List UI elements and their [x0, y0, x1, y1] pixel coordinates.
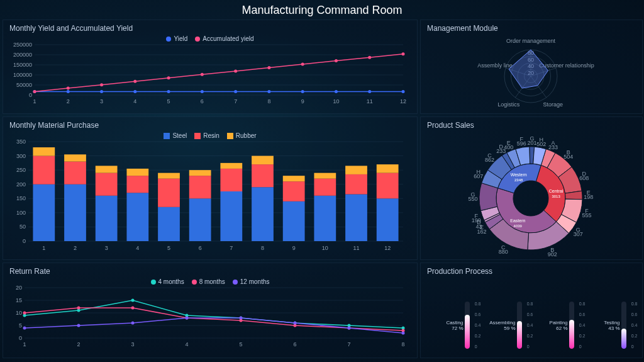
- yield-title: Monthly Yield and Accumulated Yield: [9, 24, 411, 33]
- svg-text:608: 608: [579, 175, 589, 181]
- svg-text:4: 4: [136, 245, 139, 251]
- svg-point-36: [33, 90, 36, 93]
- svg-rect-115: [283, 201, 305, 241]
- svg-text:10: 10: [322, 245, 328, 251]
- sales-panel: Product Sales Central3013Eastern4039West…: [420, 116, 643, 260]
- legend-resin: Resin: [203, 132, 219, 139]
- svg-text:6: 6: [199, 245, 202, 251]
- svg-point-214: [294, 322, 297, 325]
- legend-steel: Steel: [172, 132, 187, 139]
- svg-text:10: 10: [16, 310, 22, 316]
- svg-point-33: [335, 90, 338, 93]
- svg-point-35: [402, 90, 405, 93]
- svg-text:6: 6: [201, 98, 204, 105]
- svg-text:7: 7: [230, 245, 233, 251]
- svg-rect-107: [220, 191, 242, 241]
- svg-text:3: 3: [105, 245, 108, 251]
- material-chart: 050100150200250300350123456789101112: [9, 139, 409, 252]
- svg-text:3: 3: [100, 98, 103, 105]
- svg-rect-112: [252, 164, 274, 187]
- svg-text:0: 0: [19, 335, 22, 341]
- svg-text:3013: 3013: [552, 195, 560, 198]
- svg-text:Order management: Order management: [506, 38, 556, 44]
- management-title: Management Module: [427, 24, 636, 33]
- svg-rect-91: [96, 196, 118, 241]
- svg-text:1: 1: [23, 341, 26, 348]
- svg-text:502: 502: [536, 141, 546, 147]
- radar-chart: 20406080Order managementCustomer relatio…: [427, 35, 635, 111]
- svg-point-26: [100, 90, 103, 93]
- svg-rect-127: [377, 198, 399, 241]
- svg-text:0: 0: [29, 92, 32, 98]
- svg-rect-123: [345, 195, 367, 241]
- svg-point-195: [131, 299, 135, 302]
- svg-point-215: [348, 327, 351, 330]
- svg-point-38: [100, 83, 103, 86]
- svg-point-32: [301, 90, 304, 93]
- svg-rect-89: [64, 154, 86, 161]
- svg-rect-128: [377, 173, 399, 199]
- svg-rect-116: [283, 181, 305, 201]
- svg-point-25: [67, 90, 70, 93]
- svg-point-211: [131, 322, 135, 325]
- svg-text:862: 862: [485, 157, 494, 163]
- svg-point-30: [234, 90, 237, 93]
- svg-text:4: 4: [185, 341, 188, 348]
- svg-rect-96: [126, 176, 148, 193]
- svg-text:Storage: Storage: [543, 101, 564, 108]
- svg-text:Western: Western: [511, 173, 527, 177]
- svg-rect-99: [158, 207, 180, 241]
- svg-text:550: 550: [469, 196, 478, 202]
- svg-text:4039: 4039: [514, 224, 523, 228]
- svg-text:Logistics: Logistics: [497, 101, 520, 108]
- svg-text:350: 350: [16, 139, 26, 145]
- svg-rect-92: [96, 173, 118, 196]
- svg-point-209: [23, 327, 26, 330]
- svg-point-29: [201, 90, 204, 93]
- svg-point-210: [77, 324, 80, 327]
- svg-rect-105: [189, 170, 211, 176]
- yield-panel: Monthly Yield and Accumulated Yield Yiel…: [3, 20, 418, 114]
- legend-rubber: Rubber: [236, 132, 257, 139]
- material-panel: Monthly Material Purchase Steel Resin Ru…: [3, 116, 418, 260]
- svg-rect-129: [377, 164, 399, 173]
- process-panel: Production Process Casting72 %0.80.60.40…: [420, 263, 643, 358]
- svg-point-27: [133, 90, 136, 93]
- svg-point-42: [234, 69, 237, 72]
- svg-text:7: 7: [347, 341, 350, 348]
- svg-text:250000: 250000: [13, 42, 32, 48]
- material-title: Monthly Material Purchase: [9, 121, 411, 130]
- svg-text:902: 902: [548, 251, 557, 257]
- svg-text:5: 5: [239, 341, 242, 348]
- svg-text:8: 8: [267, 98, 270, 105]
- svg-text:555: 555: [582, 212, 592, 218]
- sales-title: Product Sales: [427, 121, 636, 130]
- return-legend: 4 months 8 months 12 months: [9, 278, 411, 285]
- yield-chart: 0500001000001500002000002500001234567891…: [9, 42, 409, 105]
- svg-text:300: 300: [16, 153, 26, 159]
- svg-text:5: 5: [167, 245, 170, 251]
- svg-text:100: 100: [16, 210, 26, 216]
- svg-text:400: 400: [504, 144, 513, 150]
- svg-text:2: 2: [77, 341, 80, 348]
- svg-text:15: 15: [16, 297, 22, 303]
- return-title: Return Rate: [9, 267, 411, 276]
- svg-text:250: 250: [16, 167, 26, 173]
- svg-text:8: 8: [261, 245, 264, 251]
- svg-rect-119: [314, 196, 336, 241]
- svg-text:5: 5: [167, 98, 170, 105]
- svg-text:150000: 150000: [13, 62, 32, 68]
- svg-rect-103: [189, 198, 211, 241]
- svg-rect-83: [33, 184, 55, 241]
- gauge-row: Casting72 %0.80.60.40.20Assembling59 %0.…: [427, 280, 636, 349]
- svg-text:0: 0: [23, 238, 26, 244]
- svg-text:4: 4: [133, 98, 136, 105]
- svg-point-212: [186, 317, 189, 320]
- page-title: Manufacturing Command Room: [0, 0, 644, 20]
- yield-legend: Yield Accumulated yield: [9, 35, 411, 42]
- svg-rect-121: [314, 173, 336, 179]
- svg-text:2348: 2348: [514, 178, 523, 182]
- svg-text:5: 5: [19, 322, 22, 329]
- svg-point-41: [201, 73, 204, 76]
- svg-rect-113: [252, 156, 274, 165]
